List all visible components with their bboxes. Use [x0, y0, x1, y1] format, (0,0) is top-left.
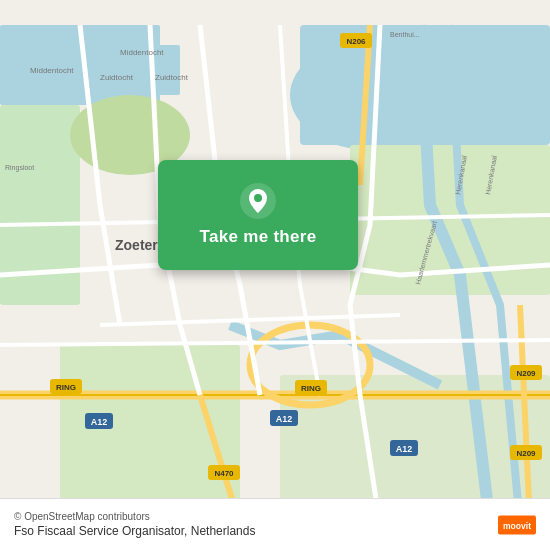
take-me-there-card[interactable]: Take me there	[158, 160, 358, 270]
svg-text:A12: A12	[91, 417, 108, 427]
map-svg: A12 A12 A12 RING RING N206 N470 N209 N20…	[0, 0, 550, 550]
svg-text:N470: N470	[214, 469, 234, 478]
moovit-logo: moovit	[498, 511, 536, 539]
map-container: A12 A12 A12 RING RING N206 N470 N209 N20…	[0, 0, 550, 550]
location-pin-icon	[240, 183, 276, 219]
svg-text:N206: N206	[346, 37, 366, 46]
svg-text:Zuidtocht: Zuidtocht	[100, 73, 134, 82]
svg-text:A12: A12	[276, 414, 293, 424]
location-label: Fso Fiscaal Service Organisator, Netherl…	[14, 524, 255, 538]
bottom-bar: © OpenStreetMap contributors Fso Fiscaal…	[0, 498, 550, 550]
svg-text:Ringsloot: Ringsloot	[5, 164, 34, 172]
svg-text:Middentocht: Middentocht	[120, 48, 164, 57]
svg-text:N209: N209	[516, 449, 536, 458]
svg-text:RING: RING	[301, 384, 321, 393]
take-me-there-label: Take me there	[200, 227, 317, 247]
svg-text:Benthui...: Benthui...	[390, 31, 420, 38]
svg-text:A12: A12	[396, 444, 413, 454]
svg-text:Middentocht: Middentocht	[30, 66, 74, 75]
svg-point-39	[254, 194, 262, 202]
svg-text:Zuidtocht: Zuidtocht	[155, 73, 189, 82]
moovit-logo-svg: moovit	[498, 511, 536, 539]
svg-text:moovit: moovit	[503, 520, 531, 530]
svg-text:RING: RING	[56, 383, 76, 392]
osm-attribution: © OpenStreetMap contributors	[14, 511, 255, 522]
svg-text:N209: N209	[516, 369, 536, 378]
